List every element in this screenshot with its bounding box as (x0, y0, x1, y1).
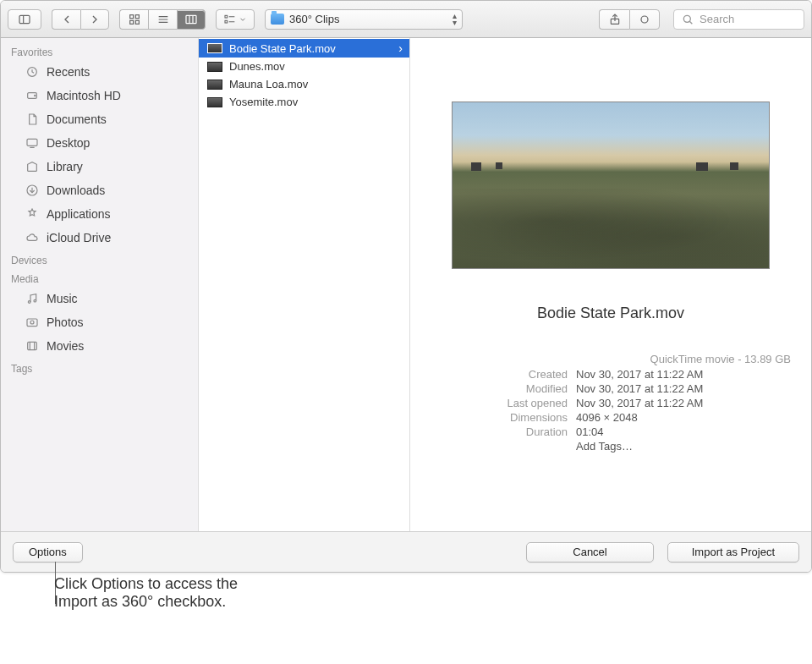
arrange-button[interactable] (216, 9, 255, 30)
sidebar-toggle-button[interactable] (8, 9, 41, 30)
video-file-icon (207, 43, 222, 53)
sidebar-item-macintosh-hd[interactable]: Macintosh HD (1, 84, 198, 107)
sidebar: Favorites Recents Macintosh HD Documents… (1, 38, 199, 531)
svg-rect-30 (27, 319, 37, 327)
file-list: Bodie State Park.movDunes.movMauna Loa.m… (199, 38, 410, 531)
search-placeholder: Search (700, 13, 734, 25)
share-icon (608, 13, 622, 26)
add-tags-link[interactable]: Add Tags… (576, 440, 633, 453)
meta-row: Duration01:04 (427, 425, 791, 438)
folder-icon (271, 14, 284, 25)
footer: Options Cancel Import as Project (1, 531, 811, 572)
nav-back-forward-group (52, 9, 109, 30)
library-icon (25, 159, 40, 174)
sidebar-item-label: Applications (47, 207, 111, 221)
video-file-icon (207, 62, 222, 72)
meta-key: Duration (427, 425, 576, 438)
path-popup[interactable]: 360° Clips ▴▾ (265, 9, 463, 30)
svg-rect-3 (135, 14, 139, 18)
meta-row: CreatedNov 30, 2017 at 11:22 AM (427, 368, 791, 381)
sidebar-item-recents[interactable]: Recents (1, 60, 198, 84)
svg-rect-13 (225, 20, 228, 23)
sidebar-heading-favorites: Favorites (1, 41, 198, 60)
meta-key: Dimensions (427, 411, 576, 424)
columns-icon (184, 13, 198, 26)
meta-value: Nov 30, 2017 at 11:22 AM (576, 368, 703, 381)
tag-icon (638, 13, 651, 26)
sidebar-item-library[interactable]: Library (1, 155, 198, 178)
options-button[interactable]: Options (13, 542, 83, 562)
file-row[interactable]: Mauna Loa.mov (199, 75, 409, 93)
list-icon (156, 13, 170, 26)
file-row[interactable]: Bodie State Park.mov (199, 39, 409, 58)
share-tags-group (599, 9, 660, 30)
sidebar-item-desktop[interactable]: Desktop (1, 131, 198, 155)
meta-row: Last openedNov 30, 2017 at 11:22 AM (427, 397, 791, 409)
file-name: Yosemite.mov (229, 96, 298, 108)
sidebar-heading-media: Media (1, 268, 198, 287)
svg-rect-2 (129, 14, 133, 18)
file-name: Dunes.mov (229, 60, 285, 73)
callout-text: Click Options to access theImport as 360… (54, 575, 238, 611)
sidebar-item-label: Desktop (47, 136, 90, 150)
svg-rect-12 (225, 15, 228, 18)
file-row[interactable]: Yosemite.mov (199, 93, 409, 111)
view-mode-group (119, 9, 206, 30)
sidebar-item-label: Macintosh HD (47, 89, 121, 102)
downloads-icon (25, 183, 40, 198)
sidebar-item-label: Documents (47, 112, 107, 126)
svg-point-29 (34, 299, 36, 302)
share-button[interactable] (599, 9, 629, 30)
meta-key: Created (427, 368, 576, 381)
list-view-button[interactable] (148, 9, 177, 30)
meta-value: Nov 30, 2017 at 11:22 AM (576, 397, 703, 409)
sidebar-item-music[interactable]: Music (1, 287, 198, 310)
meta-key: Modified (427, 382, 576, 395)
chevron-left-icon (60, 13, 74, 26)
documents-icon (25, 112, 40, 127)
icon-view-button[interactable] (119, 9, 148, 30)
svg-rect-23 (27, 139, 37, 145)
video-file-icon (207, 97, 222, 107)
import-button[interactable]: Import as Project (667, 542, 799, 562)
sidebar-icon (18, 13, 31, 26)
search-field[interactable]: Search (673, 9, 804, 30)
sidebar-item-label: Movies (47, 339, 84, 353)
meta-row: Dimensions4096 × 2048 (427, 411, 791, 424)
file-row[interactable]: Dunes.mov (199, 58, 409, 75)
back-button[interactable] (52, 9, 80, 30)
video-file-icon (207, 80, 222, 90)
column-view-button[interactable] (177, 9, 206, 30)
preview-title: Bodie State Park.mov (537, 305, 684, 322)
svg-point-18 (683, 15, 690, 22)
svg-point-28 (28, 301, 30, 304)
preview-thumbnail (452, 102, 770, 269)
svg-point-17 (641, 16, 648, 23)
sidebar-item-label: Photos (47, 316, 84, 329)
sidebar-item-applications[interactable]: Applications (1, 202, 198, 226)
grid-icon (128, 13, 141, 26)
sidebar-item-label: iCloud Drive (47, 231, 111, 244)
svg-rect-32 (28, 342, 37, 349)
sidebar-item-label: Library (47, 160, 83, 173)
sidebar-item-downloads[interactable]: Downloads (1, 178, 198, 202)
forward-button[interactable] (80, 9, 109, 30)
svg-point-22 (35, 95, 36, 96)
photos-icon (25, 315, 40, 330)
svg-line-19 (689, 21, 692, 24)
sidebar-item-label: Recents (47, 65, 90, 79)
sidebar-item-icloud-drive[interactable]: iCloud Drive (1, 226, 198, 250)
sidebar-item-documents[interactable]: Documents (1, 107, 198, 131)
import-button-label: Import as Project (692, 546, 775, 558)
tags-button[interactable] (629, 9, 660, 30)
sidebar-item-photos[interactable]: Photos (1, 310, 198, 334)
svg-rect-4 (129, 20, 133, 24)
desktop-icon (25, 135, 40, 151)
sidebar-item-movies[interactable]: Movies (1, 334, 198, 358)
chevron-right-icon (88, 13, 102, 26)
meta-value: 4096 × 2048 (576, 411, 638, 424)
meta-value: 01:04 (576, 425, 604, 438)
toolbar: 360° Clips ▴▾ Search (1, 1, 811, 38)
meta-value: Nov 30, 2017 at 11:22 AM (576, 382, 703, 395)
cancel-button[interactable]: Cancel (526, 542, 653, 562)
